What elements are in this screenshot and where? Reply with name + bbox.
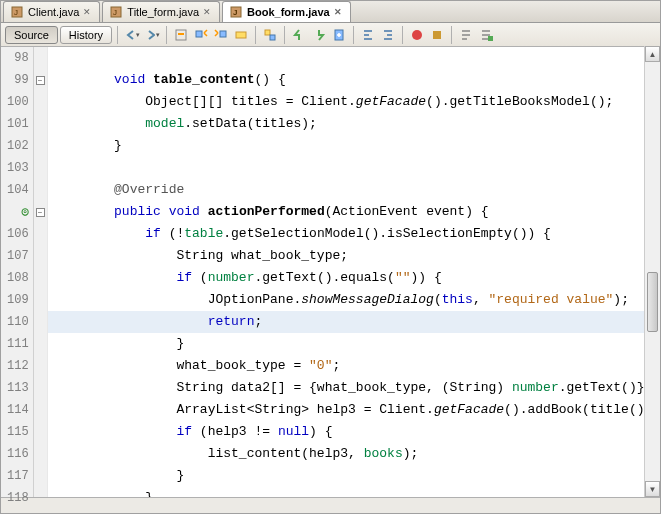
code-line: String what_book_type; — [48, 245, 660, 267]
history-view-button[interactable]: History — [60, 26, 112, 44]
code-line: } — [48, 487, 660, 497]
line-number: 114 — [7, 399, 29, 421]
close-icon[interactable]: ✕ — [334, 7, 344, 17]
code-line: } — [48, 135, 660, 157]
code-line: if (!table.getSelectionModel().isSelecti… — [48, 223, 660, 245]
uncomment-icon[interactable] — [477, 26, 495, 44]
tab-label: Client.java — [28, 6, 79, 18]
code-line-current: return; — [48, 311, 660, 333]
close-icon[interactable]: ✕ — [203, 7, 213, 17]
close-icon[interactable]: ✕ — [83, 7, 93, 17]
nav-back-icon[interactable]: ▾ — [123, 26, 141, 44]
fold-toggle-icon[interactable]: − — [36, 208, 45, 217]
line-number: 116 — [7, 443, 29, 465]
svg-rect-7 — [178, 33, 184, 35]
fold-toggle-icon[interactable]: − — [36, 76, 45, 85]
svg-rect-12 — [270, 35, 275, 40]
line-number: 99 — [7, 69, 29, 91]
code-line: model.setData(titles); — [48, 113, 660, 135]
code-line: void table_content() { — [48, 69, 660, 91]
line-number: 100 — [7, 91, 29, 113]
line-number: 103 — [7, 157, 29, 179]
refactor-icon[interactable] — [261, 26, 279, 44]
svg-rect-8 — [196, 31, 202, 37]
prev-bookmark-icon[interactable] — [290, 26, 308, 44]
java-file-icon: J — [10, 5, 24, 19]
code-line: public void actionPerformed(ActionEvent … — [48, 201, 660, 223]
line-number: 107 — [7, 245, 29, 267]
separator — [284, 26, 285, 44]
find-selection-icon[interactable] — [172, 26, 190, 44]
editor-tabs: J Client.java ✕ J Title_form.java ✕ J Bo… — [1, 1, 660, 23]
java-file-icon: J — [109, 5, 123, 19]
editor-toolbar: Source History ▾ ▾ — [1, 23, 660, 47]
shift-right-icon[interactable] — [379, 26, 397, 44]
scroll-track[interactable] — [645, 62, 660, 481]
next-bookmark-icon[interactable] — [310, 26, 328, 44]
line-number: 108 — [7, 267, 29, 289]
line-number: 106 — [7, 223, 29, 245]
scroll-up-button[interactable]: ▲ — [645, 46, 660, 62]
code-line — [48, 47, 660, 69]
line-number: 111 — [7, 333, 29, 355]
svg-rect-9 — [220, 31, 226, 37]
find-prev-icon[interactable] — [192, 26, 210, 44]
line-number: 104 — [7, 179, 29, 201]
line-number: 98 — [7, 47, 29, 69]
code-line — [48, 157, 660, 179]
tab-bookform[interactable]: J Book_form.java ✕ — [222, 1, 351, 22]
separator — [451, 26, 452, 44]
svg-rect-10 — [236, 32, 246, 38]
code-area[interactable]: void table_content() { Object[][] titles… — [48, 47, 660, 497]
tab-client[interactable]: J Client.java ✕ — [3, 1, 100, 22]
code-line: String data2[] = {what_book_type, (Strin… — [48, 377, 660, 399]
line-number: 117 — [7, 465, 29, 487]
separator — [255, 26, 256, 44]
line-number: 102 — [7, 135, 29, 157]
nav-fwd-icon[interactable]: ▾ — [143, 26, 161, 44]
svg-rect-11 — [265, 30, 270, 35]
override-glyph-icon[interactable]: ◎ — [7, 201, 29, 223]
line-number-gutter[interactable]: 98 99 100 101 102 103 104 ◎ 106 107 108 … — [1, 47, 34, 497]
line-number: 113 — [7, 377, 29, 399]
svg-rect-15 — [433, 31, 441, 39]
code-line: what_book_type = "0"; — [48, 355, 660, 377]
code-line: Object[][] titles = Client.getFacade().g… — [48, 91, 660, 113]
svg-point-14 — [412, 30, 422, 40]
scroll-down-button[interactable]: ▼ — [645, 481, 660, 497]
line-number: 112 — [7, 355, 29, 377]
code-editor[interactable]: 98 99 100 101 102 103 104 ◎ 106 107 108 … — [1, 47, 660, 497]
line-number: 119 — [7, 509, 29, 514]
scroll-thumb[interactable] — [647, 272, 658, 332]
find-next-icon[interactable] — [212, 26, 230, 44]
toggle-highlight-icon[interactable] — [232, 26, 250, 44]
macro-stop-icon[interactable] — [428, 26, 446, 44]
line-number: 118 — [7, 487, 29, 509]
separator — [166, 26, 167, 44]
line-number: 101 — [7, 113, 29, 135]
code-line: } — [48, 465, 660, 487]
line-number: 109 — [7, 289, 29, 311]
separator — [353, 26, 354, 44]
line-number: 115 — [7, 421, 29, 443]
code-line: JOptionPane.showMessageDialog(this, "req… — [48, 289, 660, 311]
toggle-bookmark-icon[interactable] — [330, 26, 348, 44]
code-line: } — [48, 333, 660, 355]
shift-left-icon[interactable] — [359, 26, 377, 44]
comment-icon[interactable] — [457, 26, 475, 44]
code-line: ArrayList<String> help3 = Client.getFaca… — [48, 399, 660, 421]
line-number: 110 — [7, 311, 29, 333]
vertical-scrollbar[interactable]: ▲ ▼ — [644, 46, 660, 497]
status-bar — [1, 497, 660, 513]
macro-record-icon[interactable] — [408, 26, 426, 44]
code-line: if (number.getText().equals("")) { — [48, 267, 660, 289]
tab-label: Title_form.java — [127, 6, 199, 18]
fold-gutter: − − — [34, 47, 48, 497]
tab-titleform[interactable]: J Title_form.java ✕ — [102, 1, 220, 22]
svg-text:J: J — [233, 8, 237, 17]
svg-text:J: J — [113, 8, 117, 17]
separator — [402, 26, 403, 44]
source-view-button[interactable]: Source — [5, 26, 58, 44]
svg-rect-16 — [488, 36, 493, 41]
code-line: list_content(help3, books); — [48, 443, 660, 465]
